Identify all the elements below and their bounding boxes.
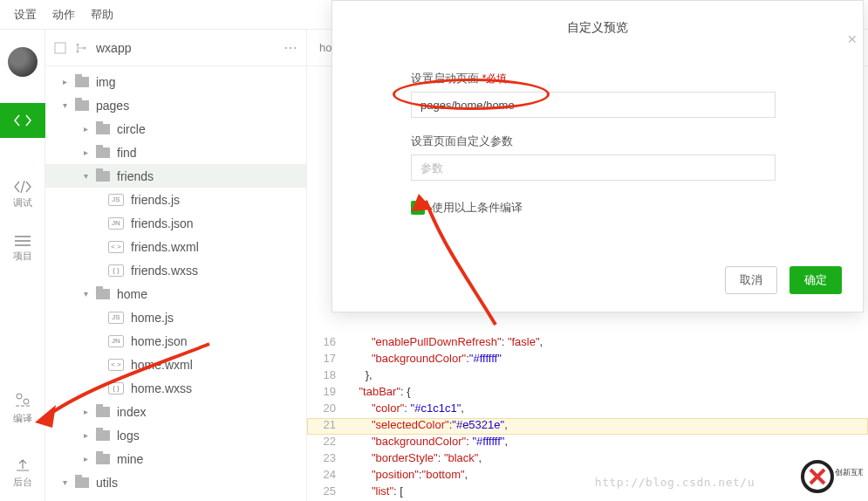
folder-label: img: [96, 75, 116, 89]
close-icon[interactable]: ✕: [847, 32, 858, 46]
json-file-icon: JN: [108, 217, 124, 230]
menu-help[interactable]: 帮助: [91, 7, 113, 23]
folder-icon: [75, 100, 89, 111]
project-name: wxapp: [96, 41, 275, 55]
folder-label: mine: [117, 452, 143, 466]
folder-img[interactable]: ▸img: [45, 70, 306, 93]
folder-label: index: [117, 405, 146, 419]
folder-icon: [96, 454, 110, 464]
dialog-title: 自定义预览: [332, 1, 863, 36]
lineno: 19: [307, 385, 346, 401]
js-file-icon: JS: [108, 194, 124, 206]
file-label: friends.wxml: [131, 240, 199, 254]
menu-lines-icon: [15, 236, 31, 246]
folder-icon: [96, 124, 110, 134]
use-condition-checkbox[interactable]: ✓: [411, 201, 425, 215]
file-home-js[interactable]: JShome.js: [45, 305, 306, 329]
folder-icon: [75, 77, 89, 87]
file-home-wxml[interactable]: < >home.wxml: [45, 353, 306, 376]
file-tree: ▸img ▾pages ▸circle ▸find ▾friends JSfri…: [45, 66, 306, 501]
menu-actions[interactable]: 动作: [52, 7, 75, 23]
file-friends-js[interactable]: JSfriends.js: [45, 188, 306, 211]
brand-logo: 创新互联: [800, 459, 863, 494]
lineno: 25: [307, 484, 346, 501]
folder-mine[interactable]: ▸mine: [45, 447, 306, 470]
start-page-input[interactable]: [411, 92, 776, 118]
folder-icon: [75, 477, 89, 488]
tab-truncated[interactable]: ho: [319, 41, 331, 54]
custom-preview-dialog: ✕ 自定义预览 设置启动页面 *必填 设置页面自定义参数 ✓ 使用以上条件编译 …: [331, 0, 864, 312]
folder-label: circle: [117, 122, 146, 136]
file-label: home.wxss: [131, 381, 192, 395]
folder-label: find: [117, 146, 137, 160]
rail-label: 后台: [13, 476, 32, 489]
rail-background[interactable]: 后台: [13, 458, 32, 489]
svg-rect-2: [55, 43, 65, 53]
folder-logs[interactable]: ▸logs: [45, 423, 306, 447]
file-label: home.js: [131, 311, 174, 325]
folder-label: friends: [117, 169, 154, 183]
file-home-wxss[interactable]: { }home.wxss: [45, 376, 306, 400]
folder-utils[interactable]: ▾utils: [45, 470, 306, 494]
lineno: 18: [307, 368, 346, 385]
folder-icon: [96, 148, 110, 158]
params-input[interactable]: [411, 154, 776, 181]
watermark: http://blog.csdn.net/u: [595, 476, 755, 489]
json-file-icon: JN: [108, 335, 124, 347]
wxss-file-icon: { }: [108, 382, 124, 395]
wxml-file-icon: < >: [108, 359, 124, 371]
folder-label: utils: [96, 476, 118, 490]
rail-label: 编译: [13, 412, 32, 425]
compile-icon: [14, 391, 31, 408]
confirm-button[interactable]: 确定: [789, 266, 842, 294]
folder-pages[interactable]: ▾pages: [45, 93, 306, 117]
wxss-file-icon: { }: [108, 264, 124, 277]
file-friends-wxss[interactable]: { }friends.wxss: [45, 258, 306, 282]
params-label: 设置页面自定义参数: [411, 134, 776, 149]
svg-text:创新互联: 创新互联: [835, 468, 863, 477]
folder-index[interactable]: ▸index: [45, 400, 306, 423]
rail-project[interactable]: 项目: [13, 236, 32, 263]
start-page-label: 设置启动页面 *必填: [411, 71, 776, 86]
tree-icon[interactable]: [75, 42, 87, 54]
rail-edit[interactable]: 编辑: [0, 103, 45, 154]
lineno: 17: [307, 352, 346, 368]
file-home-json[interactable]: JNhome.json: [45, 329, 306, 353]
file-label: friends.json: [131, 216, 194, 230]
lineno: 20: [307, 401, 346, 418]
folder-circle[interactable]: ▸circle: [45, 117, 306, 141]
menu-settings[interactable]: 设置: [14, 7, 37, 23]
file-label: home.json: [131, 334, 188, 348]
svg-point-1: [24, 399, 29, 404]
folder-icon: [96, 289, 110, 299]
folder-icon: [96, 430, 110, 441]
svg-point-0: [17, 394, 22, 399]
cancel-button[interactable]: 取消: [725, 266, 777, 294]
folder-label: home: [117, 287, 147, 301]
upload-icon: [15, 458, 31, 472]
folder-friends[interactable]: ▾friends: [45, 164, 306, 188]
folder-icon: [96, 407, 110, 417]
js-file-icon: JS: [108, 312, 124, 324]
code-brackets-icon: [14, 114, 31, 127]
code-slash-icon: [14, 181, 31, 193]
more-icon[interactable]: ⋯: [284, 39, 297, 56]
file-label: friends.js: [131, 193, 180, 207]
folder-label: pages: [96, 99, 129, 113]
rail-label: 项目: [13, 250, 32, 263]
avatar[interactable]: [8, 47, 38, 77]
folder-icon: [96, 171, 110, 182]
rail-label: 调试: [13, 196, 32, 209]
file-panel: wxapp ⋯ ▸img ▾pages ▸circle ▸find ▾frien…: [45, 30, 307, 501]
folder-find[interactable]: ▸find: [45, 141, 306, 164]
rail-compile[interactable]: 编译: [13, 391, 32, 425]
lineno: 23: [307, 451, 346, 468]
file-label: home.wxml: [131, 358, 193, 372]
file-friends-json[interactable]: JNfriends.json: [45, 211, 306, 235]
wxml-file-icon: < >: [108, 241, 124, 253]
rail-debug[interactable]: 调试: [13, 181, 32, 209]
folder-home[interactable]: ▾home: [45, 282, 306, 305]
square-icon[interactable]: [54, 42, 66, 54]
file-label: friends.wxss: [131, 264, 198, 278]
file-friends-wxml[interactable]: < >friends.wxml: [45, 235, 306, 258]
